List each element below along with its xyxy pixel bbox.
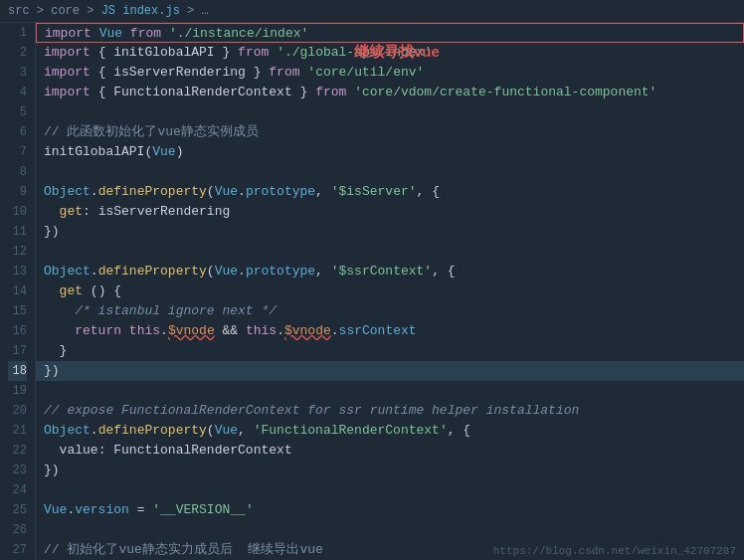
blog-url: https://blog.csdn.net/weixin_42707287: [493, 545, 736, 557]
code-line-18: }): [36, 361, 744, 381]
code-line-4: import { FunctionalRenderContext } from …: [36, 83, 744, 102]
line-num-12: 12: [8, 242, 27, 262]
line-num-16: 16: [8, 321, 27, 341]
code-line-1: import Vue from './instance/index': [36, 23, 744, 43]
code-line-6: // 此函数初始化了vue静态实例成员: [36, 122, 744, 142]
line-num-4: 4: [8, 83, 27, 102]
line-num-24: 24: [8, 480, 27, 500]
code-line-14: get () {: [36, 281, 744, 301]
line-num-22: 22: [8, 441, 27, 461]
code-line-15: /* istanbul ignore next */: [36, 301, 744, 321]
line-num-13: 13: [8, 262, 27, 281]
line-num-26: 26: [8, 520, 27, 540]
line-num-10: 10: [8, 202, 27, 222]
line-num-8: 8: [8, 162, 27, 182]
code-line-21: Object.defineProperty(Vue, 'FunctionalRe…: [36, 421, 744, 441]
line-num-14: 14: [8, 281, 27, 301]
line-num-18: 18: [8, 361, 27, 381]
code-line-12: [36, 242, 744, 262]
code-line-3: import { isServerRendering } from 'core/…: [36, 63, 744, 83]
line-num-27: 27: [8, 540, 27, 560]
line-num-11: 11: [8, 222, 27, 242]
line-num-5: 5: [8, 102, 27, 122]
code-content: import Vue from './instance/index' impor…: [36, 23, 744, 559]
line-num-23: 23: [8, 461, 27, 480]
line-num-19: 19: [8, 381, 27, 401]
line-num-2: 2: [8, 43, 27, 63]
line-num-21: 21: [8, 421, 27, 441]
code-line-13: Object.defineProperty(Vue.prototype, '$s…: [36, 262, 744, 281]
code-line-26: [36, 520, 744, 540]
line-num-15: 15: [8, 301, 27, 321]
code-line-20: // expose FunctionalRenderContext for ss…: [36, 401, 744, 421]
line-num-9: 9: [8, 182, 27, 202]
code-line-24: [36, 480, 744, 500]
line-num-20: 20: [8, 401, 27, 421]
code-line-8: [36, 162, 744, 182]
line-num-17: 17: [8, 341, 27, 361]
line-num-6: 6: [8, 122, 27, 142]
line-numbers: 1 2 3 4 5 6 7 8 9 10 11 12 13 14 15 16 1…: [0, 23, 36, 559]
code-line-25: Vue.version = '__VERSION__': [36, 500, 744, 520]
line-num-25: 25: [8, 500, 27, 520]
code-line-23: }): [36, 461, 744, 480]
code-line-17: }: [36, 341, 744, 361]
code-line-10: get: isServerRendering: [36, 202, 744, 222]
line-num-7: 7: [8, 142, 27, 162]
code-line-22: value: FunctionalRenderContext: [36, 441, 744, 461]
code-line-5: [36, 102, 744, 122]
code-line-11: }): [36, 222, 744, 242]
code-line-9: Object.defineProperty(Vue.prototype, '$i…: [36, 182, 744, 202]
line-num-1: 1: [8, 23, 27, 43]
code-editor: 1 2 3 4 5 6 7 8 9 10 11 12 13 14 15 16 1…: [0, 23, 744, 559]
breadcrumb-bar: src > core > JS index.js > …: [0, 0, 744, 23]
code-line-2: import { initGlobalAPI } from './global-…: [36, 43, 744, 63]
code-line-7: initGlobalAPI(Vue): [36, 142, 744, 162]
breadcrumb: src > core > JS index.js > …: [8, 4, 209, 18]
code-line-19: [36, 381, 744, 401]
code-line-16: return this.$vnode && this.$vnode.ssrCon…: [36, 321, 744, 341]
line-num-3: 3: [8, 63, 27, 83]
